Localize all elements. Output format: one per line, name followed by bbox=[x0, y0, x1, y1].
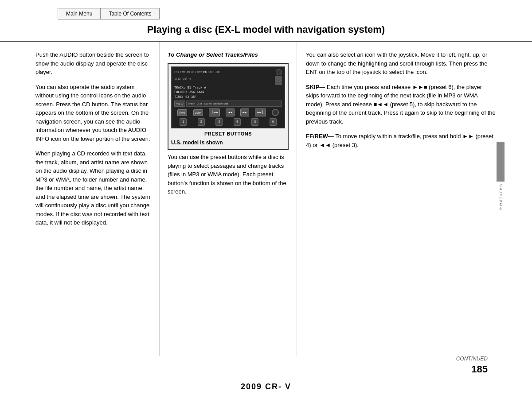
freq-cdc: CDC bbox=[215, 70, 220, 74]
side-btn-1 bbox=[275, 76, 282, 79]
side-btn-2 bbox=[275, 79, 282, 82]
elapsed-line: TIME: 02'35" bbox=[174, 95, 282, 100]
right-column: You can also select an icon with the joy… bbox=[297, 42, 497, 356]
skip-term: SKIP bbox=[306, 84, 319, 90]
joystick-icon bbox=[272, 109, 279, 116]
track-info: TRACK: 01 Track A FOLDER: 256 AAAA TIME:… bbox=[174, 85, 282, 100]
side-btn-3 bbox=[275, 82, 282, 85]
left-para-3: When playing a CD recorded with text dat… bbox=[35, 149, 150, 227]
freq-xm1: XM1 bbox=[191, 70, 196, 74]
ffw-term: FF/REW bbox=[306, 133, 328, 139]
preset-5: 5 bbox=[251, 118, 258, 126]
bottom-btn-row: AUDIO Track ListSoundBackground bbox=[174, 101, 282, 107]
middle-body-text: You can use the preset buttons while a d… bbox=[168, 153, 289, 196]
features-label: Features bbox=[498, 183, 503, 209]
continued-label: CONTINUED bbox=[456, 356, 497, 362]
middle-column: To Change or Select Tracks/Files FM1 FM2… bbox=[160, 42, 297, 356]
time-display: 1:12 vol 4 bbox=[174, 76, 191, 85]
freq-bar: FM1 FM2 AM XM1 XM2 CD CARD CDC bbox=[174, 70, 220, 74]
preset-6: 6 bbox=[270, 118, 277, 126]
freq-cd: CD bbox=[203, 70, 207, 74]
preset-4: 4 bbox=[234, 118, 241, 126]
top-nav: Main Menu Table Of Contents bbox=[0, 0, 532, 24]
freq-xm2: XM2 bbox=[197, 70, 202, 74]
ctrl-trpt: TRPT bbox=[177, 109, 187, 116]
ctrl-zoom: ZOOM bbox=[193, 109, 203, 116]
ctrl-ff: ►► bbox=[240, 108, 249, 116]
right-intro: You can also select an icon with the joy… bbox=[306, 50, 497, 77]
main-menu-button[interactable]: Main Menu bbox=[58, 8, 100, 19]
freq-am: AM bbox=[187, 70, 190, 74]
preset-1: 1 bbox=[180, 118, 187, 126]
page-title: Playing a disc (EX-L model with navigati… bbox=[35, 24, 497, 37]
track-list-row: Track ListSoundBackground bbox=[186, 101, 282, 107]
knob-icon bbox=[276, 69, 282, 75]
freq-fm2: FM2 bbox=[180, 70, 185, 74]
section-heading: To Change or Select Tracks/Files bbox=[168, 50, 289, 59]
footer: CONTINUED 185 bbox=[0, 356, 532, 380]
device-screen: FM1 FM2 AM XM1 XM2 CD CARD CDC bbox=[171, 66, 285, 128]
left-para-2: You can also operate the audio system wi… bbox=[35, 83, 150, 143]
time-vol-row: 1:12 vol 4 bbox=[174, 76, 282, 85]
skip-paragraph: SKIP— Each time you press and release ►►… bbox=[306, 83, 497, 126]
skip-dash: — bbox=[319, 84, 325, 90]
ffw-text: To move rapidly within a track/file, pre… bbox=[306, 133, 493, 148]
ctrl-rew: ◄◄ bbox=[226, 108, 235, 116]
ctrl-prev: |◄◄ bbox=[209, 108, 219, 116]
ctrl-skip: ►►| bbox=[255, 108, 266, 116]
features-bar-graphic bbox=[497, 142, 505, 182]
preset-buttons-row: 1 2 3 4 5 6 bbox=[174, 118, 282, 126]
page-number: 185 bbox=[471, 364, 497, 375]
skip-text: Each time you press and release ►►■ (pre… bbox=[306, 84, 496, 125]
audio-btn: AUDIO bbox=[174, 101, 185, 107]
page-title-area: Playing a disc (EX-L model with navigati… bbox=[0, 24, 532, 42]
left-para-1: Push the AUDIO button beside the screen … bbox=[35, 50, 150, 77]
ffw-paragraph: FF/REW— To move rapidly within a track/f… bbox=[306, 132, 497, 149]
toc-button[interactable]: Table Of Contents bbox=[100, 8, 160, 19]
freq-card: CARD bbox=[208, 70, 214, 74]
model-note: U.S. model is shown bbox=[171, 139, 285, 147]
preset-3: 3 bbox=[215, 118, 223, 126]
ffw-dash: — bbox=[328, 133, 334, 139]
left-column: Push the AUDIO button beside the screen … bbox=[35, 42, 160, 356]
track-line: TRACK: 01 Track A bbox=[174, 85, 282, 90]
folder-line: FOLDER: 256 AAAA bbox=[174, 90, 282, 95]
main-content: Push the AUDIO button beside the screen … bbox=[0, 42, 532, 356]
car-model: 2009 CR- V bbox=[0, 380, 532, 395]
freq-fm1: FM1 bbox=[174, 70, 179, 74]
device-image-box: FM1 FM2 AM XM1 XM2 CD CARD CDC bbox=[168, 63, 289, 151]
features-sidebar: Features bbox=[497, 142, 505, 209]
control-row: TRPT ZOOM |◄◄ ◄◄ ►► ►►| bbox=[174, 108, 282, 116]
preset-2: 2 bbox=[198, 118, 205, 126]
preset-buttons-label: PRESET BUTTONS bbox=[171, 130, 285, 138]
